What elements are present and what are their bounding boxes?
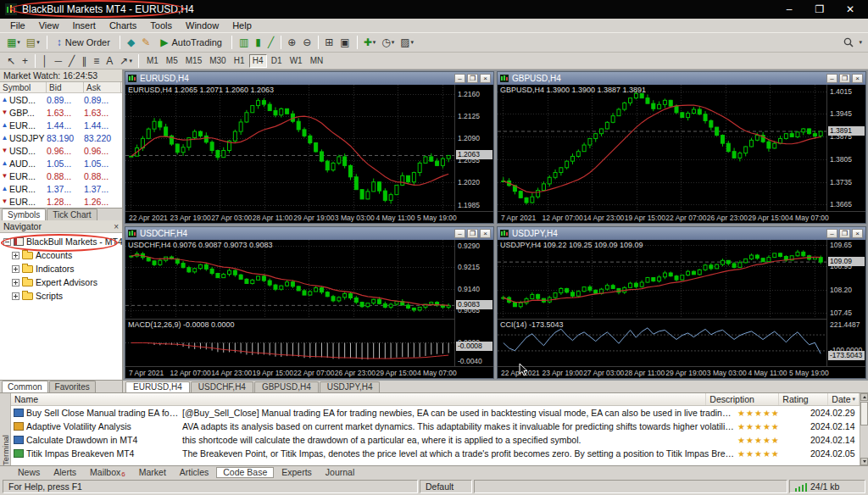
indicator-subwindow[interactable]: CCI(14) -173.5043	[498, 319, 826, 366]
tile-windows-icon[interactable]: ⊞	[322, 35, 337, 50]
market-watch-row[interactable]: ▲ USDJPY 83.190 83.220	[0, 131, 122, 144]
terminal-tab[interactable]: Experts	[275, 467, 318, 478]
indicator-subwindow[interactable]: MACD(12,26,9) -0.0008 0.0000	[125, 319, 454, 366]
new-order-button[interactable]: ↕ New Order	[52, 35, 115, 51]
autotrading-button[interactable]: ▶ AutoTrading	[155, 35, 227, 51]
market-watch-row[interactable]: ▼ EUR... 0.88... 0.88...	[0, 170, 122, 182]
price-axis[interactable]: 109.65108.95108.20107.45109.09221.4487-1…	[826, 240, 865, 366]
zoom-out-icon[interactable]: ⊖	[300, 35, 314, 50]
chart-restore-button[interactable]: ❐	[467, 229, 478, 238]
chart-canvas[interactable]: USDCHF,H4 0.9076 0.9087 0.9073 0.9083 MA…	[125, 240, 493, 378]
navigator-item[interactable]: Scripts	[8, 289, 122, 303]
tree-expander-icon[interactable]	[12, 265, 19, 273]
market-watch-row[interactable]: ▼ GBP... 1.63... 1.63...	[0, 106, 122, 119]
chart-close-button[interactable]: ×	[480, 74, 491, 83]
indicators-icon[interactable]: ✚▾	[361, 35, 379, 50]
periods-icon[interactable]: ◷▾	[379, 35, 397, 50]
window-maximize-button[interactable]: ❐	[814, 3, 826, 15]
arrows-icon[interactable]: ↗▾	[117, 53, 135, 69]
text-label-icon[interactable]: A	[103, 53, 116, 69]
timeframe-button[interactable]: H1	[231, 54, 248, 68]
terminal-tab[interactable]: Articles	[174, 467, 214, 478]
navigator-item[interactable]: Indicators	[8, 262, 122, 275]
scroll-up-icon[interactable]	[860, 393, 868, 401]
terminal-tab[interactable]: Alerts	[47, 467, 82, 478]
price-plot[interactable]	[498, 85, 826, 211]
navigator-item[interactable]: BlackBull Markets - MT4	[0, 235, 122, 248]
menu-item[interactable]: Tools	[143, 19, 179, 31]
terminal-scrollbar[interactable]	[860, 393, 868, 465]
chart-close-button[interactable]: ×	[852, 229, 863, 238]
trendline-icon[interactable]: ╱	[66, 53, 78, 69]
toolbar-overflow-icon[interactable]: ▾	[859, 39, 862, 46]
chart-tab[interactable]: USDJPY,H4	[320, 381, 381, 392]
fibonacci-icon[interactable]: ≡	[91, 53, 103, 69]
toolbar-separator[interactable]	[318, 36, 319, 49]
price-axis[interactable]: 0.92900.92150.91400.90650.90830.0000-0.0…	[454, 240, 493, 366]
menu-item[interactable]: Help	[225, 19, 259, 31]
close-icon[interactable]: ×	[114, 222, 119, 231]
scroll-down-icon[interactable]	[860, 458, 868, 465]
menu-item[interactable]: Charts	[103, 19, 143, 31]
market-watch-column[interactable]: Symbol	[0, 82, 47, 92]
chart-close-button[interactable]: ×	[852, 74, 863, 83]
menu-item[interactable]: Window	[179, 19, 225, 31]
chart-minimize-button[interactable]: –	[454, 229, 465, 238]
mql5-community-icon[interactable]: ◆	[125, 35, 138, 50]
terminal-tab[interactable]: Journal	[320, 467, 360, 478]
terminal-column-header[interactable]: Rating	[779, 393, 828, 405]
zoom-in-icon[interactable]: ⊕	[285, 35, 299, 50]
codebase-row[interactable]: Adaptive Volatility Analysis AVA adapts …	[11, 420, 860, 433]
timeframe-button[interactable]: M5	[163, 54, 181, 68]
candlestick-mode-icon[interactable]: ▮	[253, 35, 264, 50]
toolbar-separator[interactable]	[281, 36, 281, 49]
terminal-column-header[interactable]: Name	[11, 393, 706, 405]
market-watch-tab[interactable]: Tick Chart	[47, 209, 97, 220]
price-axis[interactable]: 1.21601.21251.20901.20551.20201.19851.20…	[454, 85, 493, 211]
chart-close-button[interactable]: ×	[480, 229, 491, 238]
line-chart-mode-icon[interactable]: ╱	[265, 35, 277, 50]
timeframe-button[interactable]: H4	[249, 54, 267, 68]
chart-tab[interactable]: USDCHF,H4	[191, 381, 253, 392]
chart-minimize-button[interactable]: –	[826, 74, 837, 83]
market-watch-column[interactable]: Ask	[84, 82, 121, 92]
time-axis[interactable]: 7 Apr 202112 Apr 07:0014 Apr 23:0019 Apr…	[498, 211, 865, 223]
chart-canvas[interactable]: GBPUSD,H4 1.3900 1.3900 1.3887 1.3891 1.…	[498, 85, 865, 223]
time-axis[interactable]: 22 Apr 202123 Apr 19:0027 Apr 03:0028 Ap…	[125, 211, 493, 223]
market-watch-row[interactable]: ▲ AUD... 1.05... 1.05...	[0, 157, 122, 170]
terminal-column-header[interactable]: Date ▾	[828, 393, 860, 405]
codebase-row[interactable]: Titik Impas Breakeven MT4 The Breakeven …	[11, 447, 860, 460]
window-minimize-button[interactable]: –	[783, 3, 795, 15]
market-watch-row[interactable]: ▲ USD... 0.89... 0.89...	[0, 93, 122, 106]
codebase-row[interactable]: Calculate Drawdown in MT4 this shortcode…	[11, 433, 860, 447]
timeframe-button[interactable]: D1	[268, 54, 286, 68]
chart-restore-button[interactable]: ❐	[467, 74, 478, 83]
market-watch-row[interactable]: ▼ USD... 0.96... 0.96...	[0, 144, 122, 157]
channel-icon[interactable]: ∥	[79, 53, 90, 69]
market-watch-column[interactable]: Bid	[47, 82, 84, 92]
menu-item[interactable]: File	[3, 19, 32, 31]
status-profile[interactable]: Default	[420, 480, 472, 493]
navigator-item[interactable]: Accounts	[8, 248, 122, 262]
toolbar-separator[interactable]	[138, 54, 139, 68]
tree-expander-icon[interactable]	[12, 252, 19, 259]
tree-expander-icon[interactable]	[3, 238, 11, 246]
codebase-row[interactable]: Buy Sell Close Manual trading EA for tr.…	[11, 406, 860, 420]
toolbar-separator[interactable]	[357, 36, 358, 49]
tree-expander-icon[interactable]	[12, 292, 19, 300]
search-icon[interactable]	[843, 36, 854, 48]
timeframe-button[interactable]: M1	[143, 54, 162, 68]
timeframe-button[interactable]: W1	[287, 54, 306, 68]
chart-minimize-button[interactable]: –	[826, 229, 837, 238]
timeframe-button[interactable]: M30	[206, 54, 229, 68]
timeframe-button[interactable]: MN	[307, 54, 327, 68]
terminal-tab[interactable]: Mailbox 6	[84, 467, 131, 478]
chart-tab[interactable]: GBPUSD,H4	[254, 381, 319, 392]
chart-canvas[interactable]: USDJPY,H4 109.22 109.25 109.09 109.09 CC…	[498, 240, 865, 378]
chart-canvas[interactable]: EURUSD,H4 1.2065 1.2071 1.2060 1.2063 1.…	[125, 85, 493, 223]
market-watch-row[interactable]: ▼ EUR... 1.28... 1.26...	[0, 195, 122, 208]
navigator-item[interactable]: Expert Advisors	[8, 275, 122, 289]
time-axis[interactable]: 7 Apr 202112 Apr 07:0014 Apr 23:0019 Apr…	[125, 366, 493, 378]
price-axis[interactable]: 1.40151.39451.38751.38051.37351.36651.38…	[826, 85, 865, 211]
templates-icon[interactable]: ▨▾	[398, 35, 416, 50]
